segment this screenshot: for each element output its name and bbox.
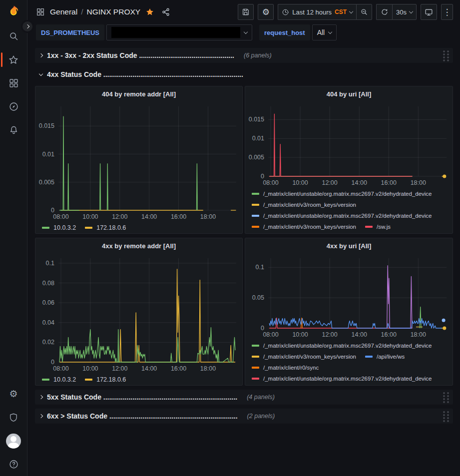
- sidebar-item-alerting[interactable]: [0, 118, 27, 142]
- panel-legend: /_matrix/client/unstable/org.matrix.msc2…: [245, 187, 453, 233]
- legend-item[interactable]: /api/live/ws: [365, 351, 405, 362]
- panel-title[interactable]: 404 by uri [All]: [245, 86, 453, 101]
- legend-item[interactable]: /_matrix/client/unstable/org.matrix.msc2…: [252, 210, 432, 221]
- row-drag-handle[interactable]: [442, 410, 449, 422]
- legend-item[interactable]: /_matrix/client/v3/room_keys/version: [252, 221, 356, 232]
- svg-text:08:00: 08:00: [53, 213, 68, 220]
- time-series-chart[interactable]: 08:0010:0012:0014:0016:0018:0000.050.1: [245, 253, 453, 339]
- legend-item[interactable]: /_matrix/client/r0/sync: [252, 362, 319, 373]
- request-host-value-dropdown[interactable]: All: [312, 24, 337, 40]
- row-drag-handle[interactable]: [442, 391, 449, 403]
- row-drag-handle[interactable]: [442, 49, 449, 61]
- svg-text:12:00: 12:00: [112, 365, 127, 372]
- shield-icon: [8, 413, 18, 423]
- sidebar-item-explore[interactable]: [0, 95, 27, 118]
- sidebar-item-help[interactable]: [0, 453, 27, 476]
- series-name: /_matrix/client/v3/room_keys/version: [263, 202, 356, 208]
- panel-legend: 10.0.3.2172.18.0.6: [35, 221, 242, 233]
- series-color-swatch: [365, 226, 373, 228]
- series-name: /_matrix/client/unstable/org.matrix.msc2…: [263, 376, 432, 382]
- time-range-picker[interactable]: Last 12 hours CST: [278, 4, 356, 20]
- sidebar-expand-button[interactable]: [21, 20, 34, 33]
- series-name: 172.18.0.6: [96, 376, 126, 383]
- panel-title[interactable]: 4xx by remote addr [All]: [35, 238, 242, 253]
- chevron-right-icon: [39, 53, 43, 57]
- breadcrumb-dashboard-title[interactable]: NGINX PROXY: [86, 7, 140, 16]
- time-series-chart[interactable]: 08:0010:0012:0014:0016:0018:0000.0050.01…: [35, 101, 242, 221]
- svg-text:16:00: 16:00: [381, 331, 397, 338]
- sidebar-item-profile[interactable]: [0, 429, 27, 453]
- row-header-4xx[interactable]: 4xx Status Code ........................…: [35, 67, 453, 82]
- sidebar-item-starred[interactable]: [0, 48, 27, 71]
- series-name: 10.0.3.2: [53, 376, 76, 383]
- variable-label[interactable]: request_host: [259, 24, 310, 40]
- svg-text:0.05: 0.05: [252, 294, 264, 301]
- breadcrumb-folder[interactable]: General: [50, 7, 77, 16]
- refresh-interval-picker[interactable]: 30s: [392, 4, 417, 20]
- legend-item[interactable]: 10.0.3.2: [42, 374, 76, 385]
- legend-item[interactable]: /_matrix/client/v3/room_keys/version: [252, 351, 356, 362]
- redacted-value: [111, 27, 240, 38]
- row-title: 1xx - 3xx - 2xx Status Code ............…: [47, 51, 234, 59]
- svg-text:0.005: 0.005: [249, 154, 264, 161]
- svg-text:0: 0: [261, 173, 264, 180]
- svg-text:14:00: 14:00: [352, 331, 367, 338]
- svg-text:08:00: 08:00: [53, 365, 68, 372]
- series-color-swatch: [252, 367, 259, 369]
- svg-text:0.1: 0.1: [256, 264, 264, 271]
- series-name: /_matrix/client/v3/room_keys/version: [263, 224, 356, 230]
- panel-title[interactable]: 404 by remote addr [All]: [35, 86, 242, 101]
- svg-text:10:00: 10:00: [82, 213, 98, 220]
- row-title: 6xx > Status Code ......................…: [47, 412, 238, 420]
- favorite-star-icon[interactable]: [145, 7, 154, 16]
- dashboard-settings-button[interactable]: ⚙: [258, 4, 274, 20]
- gear-icon: ⚙: [262, 8, 270, 16]
- row-title: 4xx Status Code ........................…: [47, 70, 243, 78]
- chevron-right-icon: [25, 24, 29, 28]
- svg-text:14:00: 14:00: [352, 179, 367, 186]
- legend-item[interactable]: /_matrix/client/v3/room_keys/version: [252, 199, 356, 210]
- avatar: [6, 434, 21, 449]
- svg-text:10:00: 10:00: [82, 365, 98, 372]
- svg-text:0: 0: [51, 359, 54, 366]
- legend-item[interactable]: 10.0.3.2: [42, 222, 76, 233]
- row-header-1xx-3xx-2xx[interactable]: 1xx - 3xx - 2xx Status Code ............…: [35, 48, 453, 63]
- svg-text:18:00: 18:00: [200, 365, 216, 372]
- legend-item[interactable]: /_matrix/client/unstable/org.matrix.msc2…: [252, 340, 432, 351]
- row-header-5xx[interactable]: 5xx Status Code ........................…: [35, 390, 453, 405]
- legend-item[interactable]: /_matrix/client/unstable/org.matrix.msc2…: [252, 188, 432, 199]
- zoom-out-time-button[interactable]: [356, 4, 372, 20]
- cycle-view-mode-button[interactable]: [421, 4, 437, 20]
- sidebar-item-server-admin[interactable]: [0, 406, 27, 429]
- legend-item[interactable]: 172.18.0.6: [85, 222, 126, 233]
- grafana-logo-icon[interactable]: [6, 4, 21, 19]
- variable-label[interactable]: DS_PROMETHEUS: [36, 24, 104, 40]
- svg-text:12:00: 12:00: [322, 179, 337, 186]
- legend-item[interactable]: /sw.js: [365, 221, 391, 232]
- legend-item[interactable]: 172.18.0.6: [85, 374, 126, 385]
- selected-value: All: [317, 28, 325, 36]
- svg-text:0: 0: [51, 207, 54, 214]
- time-series-chart[interactable]: 08:0010:0012:0014:0016:0018:0000.0050.01…: [245, 101, 453, 187]
- row-title: 5xx Status Code ........................…: [47, 393, 237, 401]
- sidebar-item-configuration[interactable]: ⚙: [0, 382, 27, 406]
- svg-text:0.08: 0.08: [42, 280, 54, 287]
- main-area: General / NGINX PROXY ⚙: [27, 0, 460, 476]
- datasource-value-dropdown[interactable]: [106, 24, 252, 40]
- series-name: /_matrix/client/v3/room_keys/version: [263, 354, 356, 360]
- row-panel-count: (2 panels): [247, 413, 275, 420]
- save-dashboard-button[interactable]: [238, 4, 254, 20]
- time-series-chart[interactable]: 08:0010:0012:0014:0016:0018:0000.020.040…: [35, 253, 242, 373]
- panel-title[interactable]: 4xx by uri [All]: [245, 238, 453, 253]
- legend-item[interactable]: /_matrix/client/unstable/org.matrix.msc2…: [252, 373, 432, 384]
- breadcrumb: General / NGINX PROXY: [50, 7, 140, 16]
- sidebar-item-dashboards[interactable]: [0, 71, 27, 95]
- row-header-6xx[interactable]: 6xx > Status Code ......................…: [35, 409, 453, 424]
- series-color-swatch: [252, 378, 259, 380]
- refresh-button[interactable]: [376, 4, 392, 20]
- monitor-icon: [425, 8, 433, 16]
- share-icon[interactable]: [161, 7, 170, 16]
- panel-legend: /_matrix/client/unstable/org.matrix.msc2…: [245, 339, 453, 385]
- svg-text:0.005: 0.005: [39, 179, 54, 186]
- more-options-kebab-button[interactable]: ⋮: [441, 4, 453, 20]
